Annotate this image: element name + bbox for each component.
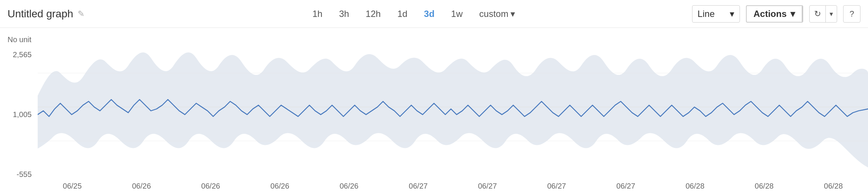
time-btn-1h[interactable]: 1h — [309, 7, 326, 21]
actions-chevron-icon: ▾ — [790, 9, 795, 19]
edit-title-icon[interactable]: ✎ — [78, 9, 84, 19]
graph-title-area: Untitled graph ✎ — [8, 8, 136, 20]
x-label-3: 06/26 — [270, 182, 289, 190]
actions-button[interactable]: Actions ▾ — [746, 5, 803, 23]
graph-title: Untitled graph — [8, 8, 73, 20]
chart-svg — [38, 35, 868, 179]
y-axis: 2,565 1,005 -555 — [0, 35, 38, 195]
y-unit-label: No unit — [8, 35, 31, 44]
x-axis: 06/25 06/26 06/26 06/26 06/26 06/27 06/2… — [38, 179, 868, 195]
time-btn-1d[interactable]: 1d — [394, 7, 411, 21]
custom-chevron-icon: ▾ — [510, 9, 515, 19]
x-label-1: 06/26 — [132, 182, 151, 190]
x-label-4: 06/26 — [339, 182, 358, 190]
refresh-dropdown-arrow[interactable]: ▾ — [826, 6, 837, 22]
graph-container: Untitled graph ✎ 1h 3h 12h 1d 3d 1w cust… — [0, 0, 868, 195]
x-label-8: 06/27 — [616, 182, 635, 190]
toolbar: Untitled graph ✎ 1h 3h 12h 1d 3d 1w cust… — [0, 0, 868, 28]
time-btn-custom[interactable]: custom ▾ — [476, 7, 518, 21]
refresh-icon[interactable]: ↻ — [810, 6, 826, 22]
time-btn-12h[interactable]: 12h — [363, 7, 384, 21]
x-label-2: 06/26 — [201, 182, 220, 190]
x-label-11: 06/28 — [824, 182, 843, 190]
chart-type-chevron-icon: ▾ — [730, 9, 734, 19]
chart-area: No unit 2,565 1,005 -555 06/25 06/26 06 — [0, 28, 868, 195]
time-range-selector: 1h 3h 12h 1d 3d 1w custom ▾ — [136, 7, 692, 21]
x-label-0: 06/25 — [63, 182, 82, 190]
x-label-10: 06/28 — [755, 182, 773, 190]
time-btn-3d[interactable]: 3d — [421, 7, 437, 21]
x-label-5: 06/27 — [409, 182, 428, 190]
y-label-mid: 1,005 — [8, 110, 32, 119]
help-button[interactable]: ? — [843, 5, 860, 23]
y-label-bot: -555 — [8, 170, 32, 179]
chart-plot: 06/25 06/26 06/26 06/26 06/26 06/27 06/2… — [38, 35, 868, 195]
toolbar-right: Line ▾ Actions ▾ ↻ ▾ ? — [692, 5, 860, 23]
help-icon: ? — [850, 9, 854, 19]
x-label-6: 06/27 — [478, 182, 497, 190]
x-label-7: 06/27 — [547, 182, 566, 190]
chart-type-select[interactable]: Line ▾ — [692, 5, 740, 23]
y-label-top: 2,565 — [8, 50, 32, 59]
refresh-button[interactable]: ↻ ▾ — [809, 5, 837, 23]
time-btn-1w[interactable]: 1w — [448, 7, 466, 21]
time-btn-3h[interactable]: 3h — [336, 7, 352, 21]
actions-button-label[interactable]: Actions ▾ — [747, 6, 802, 22]
x-label-9: 06/28 — [686, 182, 704, 190]
